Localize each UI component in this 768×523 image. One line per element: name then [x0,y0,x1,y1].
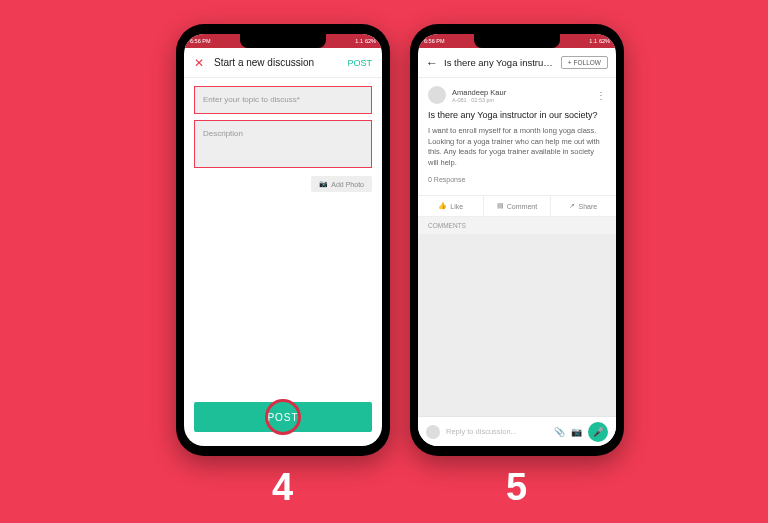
step-number-4: 4 [272,466,293,509]
reply-input[interactable]: Reply to discussion... [446,427,548,436]
comment-icon: ▤ [497,202,504,210]
author-row: Amandeep Kaur A-081 · 02:53 pm ⋮ [428,86,606,104]
phone-notch [474,34,560,48]
back-icon[interactable]: ← [426,56,438,70]
description-input[interactable]: Description [194,120,372,168]
post-button[interactable]: POST [194,402,372,432]
post-card: Amandeep Kaur A-081 · 02:53 pm ⋮ Is ther… [418,78,616,195]
share-icon: ↗ [569,202,575,210]
mic-button[interactable]: 🎤 [588,422,608,442]
close-icon[interactable]: ✕ [194,56,204,70]
reply-bar: Reply to discussion... 📎 📷 🎤 [418,416,616,446]
header-title: Is there any Yoga instruct... [444,57,555,68]
author-meta: A-081 · 02:53 pm [452,97,506,103]
camera-icon: 📷 [319,180,328,188]
thumbs-up-icon: 👍 [438,202,447,210]
plus-icon: + [568,59,572,66]
camera-icon[interactable]: 📷 [571,427,582,437]
status-net: 1.1 [355,38,363,44]
follow-button[interactable]: + FOLLOW [561,56,608,69]
add-photo-button[interactable]: 📷 Add Photo [311,176,372,192]
phone-notch [240,34,326,48]
share-label: Share [578,203,597,210]
header-bar: ← Is there any Yoga instruct... + FOLLOW [418,48,616,78]
like-button[interactable]: 👍 Like [418,196,483,216]
screen-5: 6:56 PM 1.1 62% ← Is there any Yoga inst… [418,34,616,446]
topic-input[interactable]: Enter your topic to discuss* [194,86,372,114]
phone-frame-4: 6:56 PM 1.1 62% ✕ Start a new discussion… [176,24,390,456]
post-title: Is there any Yoga instructor in our soci… [428,110,606,120]
like-label: Like [450,203,463,210]
author-name: Amandeep Kaur [452,88,506,97]
form-area: Enter your topic to discuss* Description… [184,78,382,200]
header-bar: ✕ Start a new discussion POST [184,48,382,78]
header-post-link[interactable]: POST [347,58,372,68]
status-time: 6:56 PM [190,38,210,44]
post-button-label: POST [267,412,298,423]
header-title: Start a new discussion [214,57,347,68]
response-count: 0 Response [428,176,606,187]
add-photo-label: Add Photo [331,181,364,188]
mic-icon: 🎤 [593,427,604,437]
comment-button[interactable]: ▤ Comment [483,196,549,216]
follow-label: FOLLOW [574,59,601,66]
status-net: 1.1 [589,38,597,44]
action-row: 👍 Like ▤ Comment ↗ Share [418,195,616,217]
share-button[interactable]: ↗ Share [550,196,616,216]
attachment-icon[interactable]: 📎 [554,427,565,437]
reply-avatar [426,425,440,439]
post-body: I want to enroll myself for a month long… [428,126,606,168]
more-icon[interactable]: ⋮ [596,90,606,101]
avatar [428,86,446,104]
step-number-5: 5 [506,466,527,509]
comments-area [418,234,616,416]
status-time: 6:56 PM [424,38,444,44]
status-batt: 62% [365,38,376,44]
status-batt: 62% [599,38,610,44]
comments-header: COMMENTS [418,217,616,234]
spacer [184,200,382,402]
phone-frame-5: 6:56 PM 1.1 62% ← Is there any Yoga inst… [410,24,624,456]
screen-4: 6:56 PM 1.1 62% ✕ Start a new discussion… [184,34,382,446]
comment-label: Comment [507,203,537,210]
